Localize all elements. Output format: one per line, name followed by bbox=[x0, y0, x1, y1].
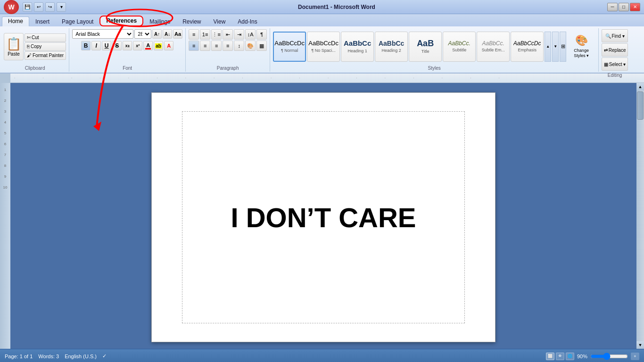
scrollbar-track[interactable] bbox=[636, 121, 644, 341]
minimize-button[interactable]: ─ bbox=[607, 3, 618, 11]
styles-scroll-down-button[interactable]: ▼ bbox=[552, 32, 559, 62]
align-right-button[interactable]: ≡ bbox=[211, 41, 222, 51]
tab-review[interactable]: Review bbox=[176, 17, 207, 26]
style-subtitle-preview: AaBbCc. bbox=[448, 41, 470, 47]
align-center-button[interactable]: ≡ bbox=[200, 41, 210, 51]
style-title[interactable]: AaB Title bbox=[409, 32, 442, 62]
editing-group-label: Editing bbox=[601, 72, 629, 79]
style-emphasis[interactable]: AaBbCcDc Emphasis bbox=[511, 32, 544, 62]
decrease-font-button[interactable]: A↓ bbox=[163, 29, 172, 39]
page-content-area[interactable]: I DON’T CARE bbox=[182, 111, 465, 323]
shading-button[interactable]: 🎨 bbox=[245, 41, 256, 51]
tab-view[interactable]: View bbox=[207, 17, 232, 26]
copy-button[interactable]: ⎘ Copy bbox=[25, 42, 66, 51]
zoom-in-button[interactable]: + bbox=[631, 353, 639, 360]
title-bar: W 💾 ↩ ↪ ▾ Document1 - Microsoft Word ─ □… bbox=[0, 0, 644, 14]
style-subtitle[interactable]: AaBbCc. Subtitle bbox=[443, 32, 476, 62]
paste-button[interactable]: 📋 Paste bbox=[4, 33, 24, 60]
style-normal-label: ¶ Normal bbox=[281, 48, 298, 53]
tab-add-ins[interactable]: Add-Ins bbox=[231, 17, 263, 26]
replace-button[interactable]: ⇄ Replace bbox=[602, 43, 628, 57]
font-name-select[interactable]: Arial Black bbox=[72, 29, 133, 39]
tab-references[interactable]: References bbox=[99, 16, 143, 26]
office-button[interactable]: W bbox=[4, 0, 19, 14]
quick-customize-button[interactable]: ▾ bbox=[57, 2, 66, 12]
view-web-button[interactable]: 🌐 bbox=[566, 353, 574, 360]
superscript-button[interactable]: x² bbox=[133, 41, 142, 50]
select-button[interactable]: ▦ Select ▾ bbox=[602, 58, 628, 71]
scrollbar-up-button[interactable]: ▲ bbox=[636, 83, 644, 90]
view-full-reading-button[interactable]: 👁 bbox=[556, 353, 564, 360]
strikethrough-button[interactable]: S bbox=[112, 41, 122, 50]
style-heading1[interactable]: AaBbCc Heading 1 bbox=[341, 32, 374, 62]
ruler-container: · · · · · · · · · · · · · · · · · · bbox=[0, 74, 644, 83]
style-emphasis-preview: AaBbCcDc bbox=[513, 41, 541, 47]
change-styles-button[interactable]: 🎨 ChangeStyles ▾ bbox=[567, 32, 595, 62]
scrollbar-down-button[interactable]: ▼ bbox=[636, 341, 644, 349]
page-scroll-area[interactable]: I DON’T CARE bbox=[10, 83, 636, 349]
style-heading2[interactable]: AaBbCc Heading 2 bbox=[375, 32, 408, 62]
status-bar: Page: 1 of 1 Words: 3 English (U.S.) ✓ ⬜… bbox=[0, 349, 644, 362]
font-name-row: Arial Black 28 A↑ A↓ Aa bbox=[72, 29, 182, 39]
zoom-slider[interactable] bbox=[590, 354, 628, 359]
cut-button[interactable]: ✄ Cut bbox=[25, 33, 66, 42]
font-group-content: Arial Black 28 A↑ A↓ Aa B I U S x₂ x² bbox=[71, 28, 183, 65]
restore-button[interactable]: □ bbox=[619, 3, 629, 11]
font-format-row: B I U S x₂ x² A ab A bbox=[81, 41, 173, 50]
style-subtle-em[interactable]: AaBbCc. Subtle Em... bbox=[477, 32, 510, 62]
style-no-spacing[interactable]: AaBbCcDc ¶ No Spaci... bbox=[307, 32, 340, 62]
indent-decrease-button[interactable]: ⇤ bbox=[223, 29, 233, 40]
tab-insert[interactable]: Insert bbox=[29, 17, 56, 26]
number-list-button[interactable]: 1≡ bbox=[200, 29, 210, 40]
style-normal[interactable]: AaBbCcDc ¶ Normal bbox=[273, 32, 306, 62]
quick-redo-button[interactable]: ↪ bbox=[45, 2, 55, 12]
style-no-spacing-preview: AaBbCcDc bbox=[308, 40, 339, 47]
bold-button[interactable]: B bbox=[81, 41, 91, 50]
line-spacing-button[interactable]: ↕ bbox=[234, 41, 244, 51]
tab-home[interactable]: Home bbox=[2, 16, 29, 26]
clipboard-small-buttons: ✄ Cut ⎘ Copy 🖌 Format Painter bbox=[25, 33, 66, 60]
select-icon: ▦ bbox=[604, 62, 608, 67]
format-painter-label: Format Painter bbox=[33, 53, 64, 58]
increase-font-button[interactable]: A↑ bbox=[152, 29, 162, 39]
font-color-2-button[interactable]: A bbox=[164, 41, 173, 50]
justify-button[interactable]: ≡ bbox=[223, 41, 233, 51]
tab-page-layout[interactable]: Page Layout bbox=[56, 17, 99, 26]
ribbon-content: 📋 Paste ✄ Cut ⎘ Copy 🖌 Format Painter bbox=[0, 26, 644, 73]
paste-label: Paste bbox=[8, 51, 20, 57]
view-print-button[interactable]: ⬜ bbox=[546, 353, 554, 360]
highlight-button[interactable]: ab bbox=[154, 41, 163, 50]
scrollbar-thumb[interactable] bbox=[637, 91, 644, 120]
outline-list-button[interactable]: ⋮≡ bbox=[211, 29, 222, 40]
font-color-button[interactable]: A bbox=[143, 41, 153, 50]
clear-format-button[interactable]: Aa bbox=[173, 29, 182, 39]
indent-increase-button[interactable]: ⇥ bbox=[234, 29, 244, 40]
quick-undo-button[interactable]: ↩ bbox=[34, 2, 43, 12]
find-button[interactable]: 🔍 Find ▾ bbox=[602, 29, 628, 42]
vertical-scrollbar[interactable]: ▲ ▼ bbox=[636, 83, 644, 349]
show-hide-button[interactable]: ¶ bbox=[256, 29, 267, 40]
close-button[interactable]: ✕ bbox=[630, 3, 640, 11]
italic-button[interactable]: I bbox=[91, 41, 101, 50]
underline-button[interactable]: U bbox=[102, 41, 111, 50]
bullet-list-button[interactable]: ≡ bbox=[189, 29, 199, 40]
select-label: Select ▾ bbox=[609, 62, 626, 67]
replace-label: Replace bbox=[609, 48, 626, 53]
styles-scroll-expand-button[interactable]: ⊞ bbox=[560, 32, 566, 62]
borders-button[interactable]: ▦ bbox=[256, 41, 267, 51]
cut-icon: ✄ bbox=[27, 35, 31, 40]
vertical-ruler: 1 2 3 4 5 6 7 8 9 10 bbox=[0, 83, 10, 349]
tab-mailings[interactable]: Mailings bbox=[143, 17, 176, 26]
font-size-select[interactable]: 28 bbox=[134, 29, 151, 39]
title-bar-controls: ─ □ ✕ bbox=[607, 3, 640, 11]
styles-scroll-up-button[interactable]: ▲ bbox=[545, 32, 551, 62]
paragraph-row1: ≡ 1≡ ⋮≡ ⇤ ⇥ ↕A ¶ bbox=[189, 29, 267, 40]
quick-save-button[interactable]: 💾 bbox=[23, 2, 32, 12]
document-page: I DON’T CARE bbox=[151, 92, 495, 342]
align-left-button[interactable]: ≡ bbox=[189, 41, 199, 51]
ruler-left-side bbox=[0, 74, 10, 83]
cut-label: Cut bbox=[32, 35, 39, 40]
format-painter-button[interactable]: 🖌 Format Painter bbox=[25, 51, 66, 60]
sort-button[interactable]: ↕A bbox=[245, 29, 256, 40]
subscript-button[interactable]: x₂ bbox=[123, 41, 132, 50]
